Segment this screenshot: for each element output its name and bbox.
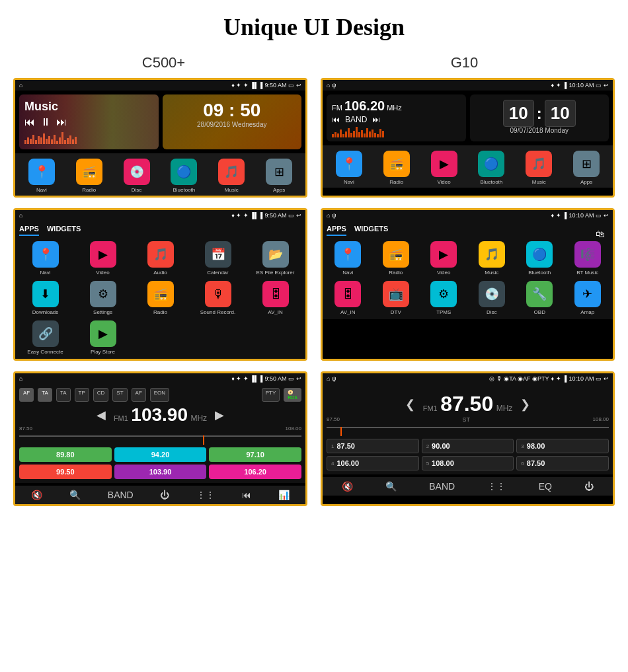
- g10-preset-3[interactable]: 398.00: [516, 439, 609, 453]
- app-icon-settings[interactable]: ⚙Settings: [77, 281, 129, 315]
- bar15: [61, 132, 63, 144]
- tab-widgets-g10[interactable]: WIDGETS: [354, 225, 388, 236]
- app-icon-bluetooth[interactable]: 🔵Bluetooth: [518, 241, 561, 276]
- icon-box: 🎵: [218, 159, 245, 185]
- g10-radio-bottom-btn[interactable]: 🔇: [342, 481, 353, 492]
- app-icon-music[interactable]: 🎵Music: [218, 159, 245, 193]
- st-btn[interactable]: ST: [112, 388, 127, 402]
- eon-btn[interactable]: EON: [150, 388, 169, 402]
- g10-preset-5[interactable]: 5108.00: [422, 456, 514, 470]
- col1-label: C500+: [28, 54, 299, 71]
- app-icon-navi[interactable]: 📍Navi: [327, 241, 370, 276]
- g10-radio-next[interactable]: ❯: [520, 397, 530, 412]
- app-icon-easyconnecte[interactable]: 🔗Easy Connecte: [19, 320, 71, 355]
- cd-btn[interactable]: CD: [93, 388, 109, 402]
- radio-bottom-btn[interactable]: ⏮: [242, 490, 251, 500]
- app-icon-av_in[interactable]: 🎛AV_IN: [327, 281, 370, 315]
- app-icon-video[interactable]: ▶Video: [77, 241, 129, 276]
- icon-label: Radio: [153, 309, 167, 315]
- preset-btn-97.10[interactable]: 97.10: [209, 447, 301, 462]
- icon-label: Disc: [487, 309, 497, 315]
- app-icon-esfileexplorer[interactable]: 📂ES File Explorer: [249, 241, 301, 276]
- prev-icon[interactable]: ⏮: [24, 116, 35, 128]
- g10-radio-bottom-btn[interactable]: EQ: [539, 481, 552, 492]
- app-icon-video[interactable]: ▶Video: [422, 241, 465, 276]
- app-icon-radio[interactable]: 📻Radio: [375, 241, 418, 276]
- app-icon-apps[interactable]: ⊞Apps: [573, 151, 600, 185]
- next-icon[interactable]: ⏭: [56, 116, 67, 128]
- g10-freq-scale: [327, 427, 609, 436]
- app-icon-radio[interactable]: 📻Radio: [76, 159, 102, 193]
- g10-radio-bottom-btn[interactable]: ⋮⋮: [487, 481, 506, 492]
- radio-bottom-btn[interactable]: 🔇: [31, 490, 42, 500]
- preset-btn-89.80[interactable]: 89.80: [19, 447, 112, 462]
- app-icon-navi[interactable]: 📍Navi: [28, 159, 55, 193]
- clock-date: 28/09/2016 Wednesday: [168, 121, 297, 128]
- app-icon-bluetooth[interactable]: 🔵Bluetooth: [171, 159, 197, 193]
- icon-box: ▶: [90, 241, 116, 268]
- tab-apps-g10[interactable]: APPS: [327, 225, 346, 236]
- radio-bottom-btn[interactable]: ⏻: [160, 490, 169, 500]
- g10-preset-4[interactable]: 4106.00: [327, 456, 419, 470]
- app-icon-video[interactable]: ▶Video: [431, 151, 457, 185]
- g10-next-icon[interactable]: ⏭: [372, 115, 380, 124]
- radio-bottom-btn[interactable]: 🔍: [69, 490, 81, 500]
- af2-btn[interactable]: AF: [132, 388, 146, 402]
- app-icon-navi[interactable]: 📍Navi: [336, 151, 362, 185]
- g10-radio-bottom-btn[interactable]: BAND: [429, 481, 455, 492]
- icon-box: ⚙: [90, 281, 116, 307]
- app-icon-obd[interactable]: 🔧OBD: [518, 281, 561, 315]
- app-icon-apps[interactable]: ⊞Apps: [266, 159, 292, 193]
- c500-freq-labels: 87.50 108.00: [19, 426, 301, 431]
- app-icon-disc[interactable]: 💿Disc: [471, 281, 514, 315]
- c500-radio-next[interactable]: ▶: [215, 408, 224, 422]
- preset-btn-94.20[interactable]: 94.20: [114, 447, 207, 462]
- app-icon-playstore[interactable]: ▶Play Store: [77, 320, 129, 355]
- c500-radio-prev[interactable]: ◀: [97, 408, 106, 422]
- g10-date: 09/07/2018 Monday: [475, 127, 604, 134]
- play-icon[interactable]: ⏸: [40, 116, 51, 128]
- app-icon-disc[interactable]: 💿Disc: [124, 159, 150, 193]
- af-btn[interactable]: AF: [19, 388, 34, 402]
- preset-btn-106.20[interactable]: 106.20: [209, 465, 301, 479]
- app-icon-soundrecord.[interactable]: 🎙Sound Record.: [192, 281, 244, 315]
- g10-preset-2[interactable]: 290.00: [422, 439, 514, 453]
- tab-widgets-c500[interactable]: WIDGETS: [47, 225, 81, 236]
- app-icon-bluetooth[interactable]: 🔵Bluetooth: [478, 151, 504, 185]
- radio-bottom-btn[interactable]: 📊: [278, 490, 290, 500]
- music-title: Music: [24, 100, 153, 114]
- app-icon-amap[interactable]: ✈Amap: [567, 281, 609, 315]
- c500-band-label: FM1: [114, 414, 128, 422]
- radio-bottom-btn[interactable]: BAND: [108, 490, 134, 500]
- g10-preset-1[interactable]: 187.50: [327, 439, 419, 453]
- rbar1: [332, 134, 334, 137]
- ta2-btn[interactable]: TA: [56, 388, 71, 402]
- app-icon-btmusic[interactable]: 🎼BT Music: [567, 241, 609, 276]
- g10-prev-icon[interactable]: ⏮: [332, 115, 340, 124]
- app-icon-calendar[interactable]: 📅Calendar: [192, 241, 244, 276]
- g10-preset-6[interactable]: 687.50: [516, 456, 609, 470]
- app-icon-audio[interactable]: 🎵Audio: [134, 241, 186, 276]
- preset-btn-103.90[interactable]: 103.90: [114, 465, 207, 479]
- tp-btn[interactable]: TP: [75, 388, 89, 402]
- rds-btn[interactable]: 📀RDS: [284, 388, 301, 402]
- pty-btn[interactable]: PTY: [262, 388, 280, 402]
- g10-radio-bottom-btn[interactable]: ⏻: [584, 481, 594, 492]
- g10-radio-bt: ♦ ✦ ▐: [551, 375, 567, 382]
- app-icon-downloads[interactable]: ⬇Downloads: [19, 281, 71, 315]
- g10-radio-bottom-btn[interactable]: 🔍: [385, 481, 397, 492]
- app-icon-music[interactable]: 🎵Music: [471, 241, 514, 276]
- app-icon-radio[interactable]: 📻Radio: [134, 281, 186, 315]
- tab-apps-c500[interactable]: APPS: [19, 225, 39, 236]
- app-icon-music[interactable]: 🎵Music: [526, 151, 552, 185]
- app-icon-tpms[interactable]: ⚙TPMS: [422, 281, 465, 315]
- app-icon-dtv[interactable]: 📺DTV: [375, 281, 418, 315]
- c500-apps-grid: 📍Navi▶Video🎵Audio📅Calendar📂ES File Explo…: [19, 241, 301, 355]
- ta-btn[interactable]: TA: [38, 388, 52, 402]
- preset-btn-99.50[interactable]: 99.50: [19, 465, 112, 479]
- radio-bottom-btn[interactable]: ⋮⋮: [196, 490, 215, 500]
- app-icon-av_in[interactable]: 🎛AV_IN: [249, 281, 301, 315]
- app-icon-radio[interactable]: 📻Radio: [383, 151, 410, 185]
- g10-radio-prev[interactable]: ❮: [405, 397, 415, 412]
- app-icon-navi[interactable]: 📍Navi: [19, 241, 71, 276]
